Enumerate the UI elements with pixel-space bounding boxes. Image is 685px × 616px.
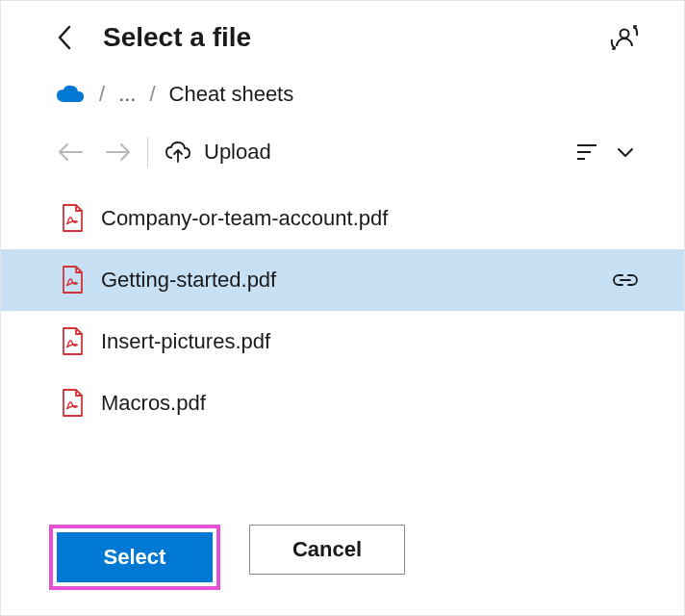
- file-name: Getting-started.pdf: [101, 268, 594, 293]
- upload-cloud-icon: [165, 141, 190, 164]
- nav-forward-button: [103, 137, 134, 167]
- sort-icon: [575, 142, 598, 162]
- cancel-button[interactable]: Cancel: [249, 525, 405, 575]
- dialog-footer: Select Cancel: [1, 505, 684, 615]
- file-name: Company-or-team-account.pdf: [101, 206, 640, 231]
- chevron-left-icon: [57, 25, 72, 50]
- file-list: Company-or-team-account.pdf Getting-star…: [1, 188, 684, 505]
- file-row[interactable]: Company-or-team-account.pdf: [1, 188, 684, 249]
- pdf-icon: [61, 327, 84, 356]
- file-name: Macros.pdf: [101, 391, 640, 416]
- switch-account-button[interactable]: [609, 22, 640, 53]
- upload-label: Upload: [204, 140, 271, 165]
- sort-button[interactable]: [572, 138, 601, 167]
- file-picker-dialog: Select a file / ... / Cheat sheets: [1, 1, 684, 615]
- back-button[interactable]: [51, 24, 78, 51]
- pdf-icon: [61, 389, 84, 418]
- select-button[interactable]: Select: [57, 532, 213, 582]
- dialog-title: Select a file: [103, 22, 609, 53]
- view-options-button[interactable]: [611, 138, 640, 167]
- arrow-left-icon: [57, 141, 84, 163]
- breadcrumb-separator: /: [99, 82, 105, 107]
- pdf-icon: [61, 204, 84, 233]
- person-sync-icon: [610, 23, 639, 52]
- link-icon: [611, 271, 640, 289]
- svg-point-0: [621, 30, 629, 38]
- upload-button[interactable]: Upload: [165, 140, 271, 165]
- file-row[interactable]: Insert-pictures.pdf: [1, 311, 684, 372]
- arrow-right-icon: [105, 141, 132, 163]
- breadcrumb-separator: /: [149, 82, 155, 107]
- file-row[interactable]: Macros.pdf: [1, 372, 684, 434]
- dialog-header: Select a file: [1, 22, 684, 53]
- onedrive-icon[interactable]: [55, 85, 86, 104]
- instruction-highlight: Select: [49, 525, 220, 590]
- nav-back-button: [55, 137, 86, 167]
- pdf-icon: [61, 266, 84, 295]
- breadcrumb-ellipsis[interactable]: ...: [118, 82, 136, 107]
- toolbar-divider: [147, 137, 148, 167]
- breadcrumb: / ... / Cheat sheets: [1, 82, 684, 107]
- chevron-down-icon: [616, 145, 635, 159]
- breadcrumb-current: Cheat sheets: [169, 82, 294, 107]
- toolbar: Upload: [1, 134, 684, 170]
- file-row[interactable]: Getting-started.pdf: [1, 249, 684, 311]
- file-name: Insert-pictures.pdf: [101, 329, 640, 354]
